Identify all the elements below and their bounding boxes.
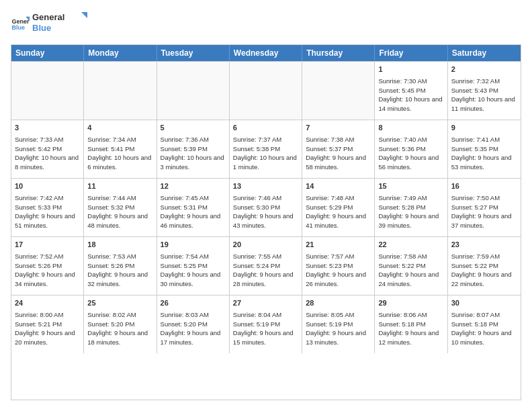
day-cell-19: 19Sunrise: 7:54 AM Sunset: 5:25 PM Dayli… bbox=[157, 237, 230, 295]
day-info: Sunrise: 7:53 AM Sunset: 5:26 PM Dayligh… bbox=[87, 253, 149, 287]
day-cell-22: 22Sunrise: 7:58 AM Sunset: 5:22 PM Dayli… bbox=[375, 237, 447, 295]
day-info: Sunrise: 7:45 AM Sunset: 5:31 PM Dayligh… bbox=[161, 194, 222, 229]
page: General Blue General Blue SundayMondayTu… bbox=[0, 0, 532, 411]
svg-text:Blue: Blue bbox=[32, 23, 51, 33]
day-number: 1 bbox=[378, 64, 443, 75]
day-number: 28 bbox=[306, 298, 371, 309]
svg-text:Blue: Blue bbox=[11, 24, 25, 31]
day-info: Sunrise: 7:44 AM Sunset: 5:32 PM Dayligh… bbox=[87, 194, 149, 229]
day-cell-11: 11Sunrise: 7:44 AM Sunset: 5:32 PM Dayli… bbox=[84, 179, 157, 236]
empty-cell bbox=[302, 62, 375, 120]
day-info: Sunrise: 7:42 AM Sunset: 5:33 PM Dayligh… bbox=[15, 194, 77, 229]
logo: General Blue General Blue bbox=[11, 11, 93, 38]
header-day-friday: Friday bbox=[375, 45, 447, 61]
day-info: Sunrise: 7:41 AM Sunset: 5:35 PM Dayligh… bbox=[451, 136, 513, 171]
day-number: 30 bbox=[451, 298, 517, 309]
day-info: Sunrise: 7:30 AM Sunset: 5:45 PM Dayligh… bbox=[378, 77, 444, 112]
header-day-monday: Monday bbox=[84, 45, 157, 61]
empty-cell bbox=[84, 62, 157, 120]
day-info: Sunrise: 7:50 AM Sunset: 5:27 PM Dayligh… bbox=[451, 194, 513, 229]
header-day-saturday: Saturday bbox=[448, 45, 521, 61]
day-cell-5: 5Sunrise: 7:36 AM Sunset: 5:39 PM Daylig… bbox=[157, 120, 230, 178]
calendar-row-5: 24Sunrise: 8:00 AM Sunset: 5:21 PM Dayli… bbox=[11, 295, 521, 353]
day-cell-29: 29Sunrise: 8:06 AM Sunset: 5:18 PM Dayli… bbox=[375, 295, 447, 353]
day-info: Sunrise: 7:52 AM Sunset: 5:26 PM Dayligh… bbox=[15, 253, 77, 287]
day-number: 21 bbox=[306, 240, 371, 250]
day-number: 2 bbox=[451, 64, 517, 75]
day-number: 17 bbox=[15, 240, 80, 250]
day-info: Sunrise: 8:02 AM Sunset: 5:20 PM Dayligh… bbox=[87, 311, 149, 346]
day-cell-2: 2Sunrise: 7:32 AM Sunset: 5:43 PM Daylig… bbox=[448, 62, 521, 120]
day-cell-9: 9Sunrise: 7:41 AM Sunset: 5:35 PM Daylig… bbox=[448, 120, 521, 178]
day-info: Sunrise: 8:03 AM Sunset: 5:20 PM Dayligh… bbox=[161, 311, 222, 346]
day-cell-24: 24Sunrise: 8:00 AM Sunset: 5:21 PM Dayli… bbox=[11, 295, 84, 353]
day-info: Sunrise: 7:38 AM Sunset: 5:37 PM Dayligh… bbox=[306, 136, 367, 171]
day-cell-15: 15Sunrise: 7:49 AM Sunset: 5:28 PM Dayli… bbox=[375, 179, 447, 236]
day-cell-10: 10Sunrise: 7:42 AM Sunset: 5:33 PM Dayli… bbox=[11, 179, 84, 236]
day-info: Sunrise: 7:49 AM Sunset: 5:28 PM Dayligh… bbox=[378, 194, 440, 229]
calendar: SundayMondayTuesdayWednesdayThursdayFrid… bbox=[11, 44, 521, 400]
day-number: 16 bbox=[451, 181, 517, 192]
day-info: Sunrise: 7:46 AM Sunset: 5:30 PM Dayligh… bbox=[233, 194, 295, 229]
day-number: 15 bbox=[378, 181, 443, 192]
day-cell-3: 3Sunrise: 7:33 AM Sunset: 5:42 PM Daylig… bbox=[11, 120, 84, 178]
svg-text:General: General bbox=[11, 18, 30, 25]
day-number: 7 bbox=[306, 123, 371, 134]
day-number: 9 bbox=[451, 123, 517, 134]
day-cell-27: 27Sunrise: 8:04 AM Sunset: 5:19 PM Dayli… bbox=[230, 295, 302, 353]
day-number: 4 bbox=[87, 123, 152, 134]
day-number: 6 bbox=[233, 123, 298, 134]
day-info: Sunrise: 7:33 AM Sunset: 5:42 PM Dayligh… bbox=[15, 136, 81, 171]
day-number: 20 bbox=[233, 240, 298, 250]
day-cell-30: 30Sunrise: 8:07 AM Sunset: 5:18 PM Dayli… bbox=[448, 295, 521, 353]
day-number: 19 bbox=[161, 240, 226, 250]
day-number: 27 bbox=[233, 298, 298, 309]
day-info: Sunrise: 8:05 AM Sunset: 5:19 PM Dayligh… bbox=[306, 311, 367, 346]
header-day-wednesday: Wednesday bbox=[230, 45, 302, 61]
day-number: 29 bbox=[378, 298, 443, 309]
day-cell-16: 16Sunrise: 7:50 AM Sunset: 5:27 PM Dayli… bbox=[448, 179, 521, 236]
day-number: 18 bbox=[87, 240, 152, 250]
day-cell-4: 4Sunrise: 7:34 AM Sunset: 5:41 PM Daylig… bbox=[84, 120, 157, 178]
day-cell-25: 25Sunrise: 8:02 AM Sunset: 5:20 PM Dayli… bbox=[84, 295, 157, 353]
day-cell-26: 26Sunrise: 8:03 AM Sunset: 5:20 PM Dayli… bbox=[157, 295, 230, 353]
calendar-row-1: 1Sunrise: 7:30 AM Sunset: 5:45 PM Daylig… bbox=[11, 61, 521, 120]
day-info: Sunrise: 7:57 AM Sunset: 5:23 PM Dayligh… bbox=[306, 253, 367, 287]
calendar-row-4: 17Sunrise: 7:52 AM Sunset: 5:26 PM Dayli… bbox=[11, 236, 521, 295]
logo-svg: General Blue bbox=[32, 11, 93, 35]
day-info: Sunrise: 8:04 AM Sunset: 5:19 PM Dayligh… bbox=[233, 311, 295, 346]
calendar-body: 1Sunrise: 7:30 AM Sunset: 5:45 PM Daylig… bbox=[11, 61, 521, 353]
day-number: 14 bbox=[306, 181, 371, 192]
empty-cell bbox=[11, 62, 84, 120]
day-info: Sunrise: 7:37 AM Sunset: 5:38 PM Dayligh… bbox=[233, 136, 299, 171]
day-cell-7: 7Sunrise: 7:38 AM Sunset: 5:37 PM Daylig… bbox=[302, 120, 375, 178]
day-info: Sunrise: 7:32 AM Sunset: 5:43 PM Dayligh… bbox=[451, 77, 517, 112]
header-day-thursday: Thursday bbox=[302, 45, 375, 61]
day-info: Sunrise: 7:36 AM Sunset: 5:39 PM Dayligh… bbox=[161, 136, 226, 171]
day-cell-12: 12Sunrise: 7:45 AM Sunset: 5:31 PM Dayli… bbox=[157, 179, 230, 236]
calendar-row-2: 3Sunrise: 7:33 AM Sunset: 5:42 PM Daylig… bbox=[11, 120, 521, 178]
day-info: Sunrise: 8:07 AM Sunset: 5:18 PM Dayligh… bbox=[451, 311, 513, 346]
day-number: 24 bbox=[15, 298, 80, 309]
day-cell-13: 13Sunrise: 7:46 AM Sunset: 5:30 PM Dayli… bbox=[230, 179, 302, 236]
calendar-row-3: 10Sunrise: 7:42 AM Sunset: 5:33 PM Dayli… bbox=[11, 178, 521, 236]
day-info: Sunrise: 7:48 AM Sunset: 5:29 PM Dayligh… bbox=[306, 194, 367, 229]
day-cell-20: 20Sunrise: 7:55 AM Sunset: 5:24 PM Dayli… bbox=[230, 237, 302, 295]
day-info: Sunrise: 7:58 AM Sunset: 5:22 PM Dayligh… bbox=[378, 253, 440, 287]
day-info: Sunrise: 7:34 AM Sunset: 5:41 PM Dayligh… bbox=[87, 136, 153, 171]
header-day-sunday: Sunday bbox=[11, 45, 84, 61]
calendar-header: SundayMondayTuesdayWednesdayThursdayFrid… bbox=[11, 45, 521, 61]
day-cell-28: 28Sunrise: 8:05 AM Sunset: 5:19 PM Dayli… bbox=[302, 295, 375, 353]
day-number: 8 bbox=[378, 123, 443, 134]
svg-marker-5 bbox=[81, 12, 87, 18]
day-cell-14: 14Sunrise: 7:48 AM Sunset: 5:29 PM Dayli… bbox=[302, 179, 375, 236]
header-day-tuesday: Tuesday bbox=[157, 45, 230, 61]
day-number: 11 bbox=[87, 181, 152, 192]
day-number: 12 bbox=[161, 181, 226, 192]
day-cell-17: 17Sunrise: 7:52 AM Sunset: 5:26 PM Dayli… bbox=[11, 237, 84, 295]
empty-cell bbox=[157, 62, 230, 120]
day-number: 26 bbox=[161, 298, 226, 309]
day-cell-21: 21Sunrise: 7:57 AM Sunset: 5:23 PM Dayli… bbox=[302, 237, 375, 295]
logo-icon: General Blue bbox=[11, 15, 30, 34]
day-cell-6: 6Sunrise: 7:37 AM Sunset: 5:38 PM Daylig… bbox=[230, 120, 302, 178]
